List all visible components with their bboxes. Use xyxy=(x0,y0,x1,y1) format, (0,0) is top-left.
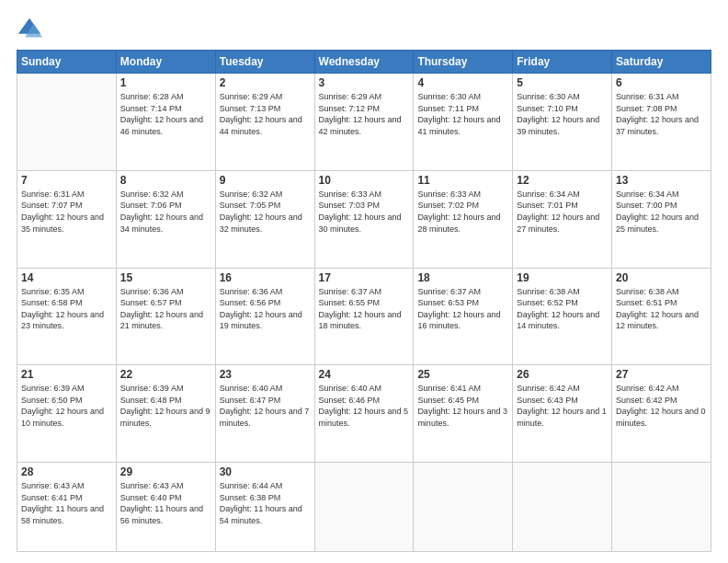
day-info: Sunrise: 6:41 AMSunset: 6:45 PMDaylight:… xyxy=(417,383,508,429)
day-number: 15 xyxy=(120,271,211,284)
weekday-header-monday: Monday xyxy=(116,51,215,74)
calendar-day-cell: 21 Sunrise: 6:39 AMSunset: 6:50 PMDaylig… xyxy=(17,365,117,463)
day-number: 16 xyxy=(220,271,311,284)
page: SundayMondayTuesdayWednesdayThursdayFrid… xyxy=(0,0,728,563)
day-info: Sunrise: 6:33 AMSunset: 7:02 PMDaylight:… xyxy=(417,189,508,235)
weekday-header-saturday: Saturday xyxy=(612,51,711,74)
calendar-day-cell: 24 Sunrise: 6:40 AMSunset: 6:46 PMDaylig… xyxy=(314,365,414,463)
calendar-day-cell: 22 Sunrise: 6:39 AMSunset: 6:48 PMDaylig… xyxy=(116,365,215,463)
day-info: Sunrise: 6:43 AMSunset: 6:40 PMDaylight:… xyxy=(120,480,211,526)
day-info: Sunrise: 6:31 AMSunset: 7:08 PMDaylight:… xyxy=(616,91,707,137)
calendar-day-cell: 30 Sunrise: 6:44 AMSunset: 6:38 PMDaylig… xyxy=(215,463,314,552)
calendar-week-row: 1 Sunrise: 6:28 AMSunset: 7:14 PMDayligh… xyxy=(17,74,711,171)
day-number: 6 xyxy=(616,76,707,89)
calendar-day-cell: 5 Sunrise: 6:30 AMSunset: 7:10 PMDayligh… xyxy=(513,74,612,171)
day-number: 17 xyxy=(319,271,410,284)
day-number: 21 xyxy=(21,368,112,381)
day-info: Sunrise: 6:36 AMSunset: 6:57 PMDaylight:… xyxy=(120,286,211,332)
weekday-header-sunday: Sunday xyxy=(17,51,117,74)
day-info: Sunrise: 6:32 AMSunset: 7:06 PMDaylight:… xyxy=(120,189,211,235)
calendar-day-cell: 3 Sunrise: 6:29 AMSunset: 7:12 PMDayligh… xyxy=(314,74,414,171)
day-number: 20 xyxy=(616,271,707,284)
day-number: 23 xyxy=(220,368,311,381)
calendar-week-row: 14 Sunrise: 6:35 AMSunset: 6:58 PMDaylig… xyxy=(17,268,711,365)
day-number: 3 xyxy=(319,76,410,89)
day-number: 4 xyxy=(417,76,508,89)
day-info: Sunrise: 6:40 AMSunset: 6:47 PMDaylight:… xyxy=(220,383,311,429)
day-info: Sunrise: 6:37 AMSunset: 6:55 PMDaylight:… xyxy=(319,286,410,332)
day-info: Sunrise: 6:34 AMSunset: 7:00 PMDaylight:… xyxy=(616,189,707,235)
weekday-header-row: SundayMondayTuesdayWednesdayThursdayFrid… xyxy=(17,51,711,74)
calendar-table: SundayMondayTuesdayWednesdayThursdayFrid… xyxy=(17,50,711,552)
calendar-day-cell xyxy=(414,463,513,552)
day-number: 25 xyxy=(417,368,508,381)
calendar-day-cell xyxy=(17,74,117,171)
calendar-day-cell: 20 Sunrise: 6:38 AMSunset: 6:51 PMDaylig… xyxy=(612,268,711,365)
day-number: 12 xyxy=(517,174,608,187)
day-number: 2 xyxy=(220,76,311,89)
calendar-week-row: 21 Sunrise: 6:39 AMSunset: 6:50 PMDaylig… xyxy=(17,365,711,463)
day-number: 1 xyxy=(120,76,211,89)
calendar-day-cell xyxy=(314,463,414,552)
day-info: Sunrise: 6:38 AMSunset: 6:52 PMDaylight:… xyxy=(517,286,608,332)
day-info: Sunrise: 6:30 AMSunset: 7:10 PMDaylight:… xyxy=(517,91,608,137)
calendar-day-cell: 26 Sunrise: 6:42 AMSunset: 6:43 PMDaylig… xyxy=(513,365,612,463)
day-info: Sunrise: 6:39 AMSunset: 6:48 PMDaylight:… xyxy=(120,383,211,429)
header xyxy=(17,17,711,42)
calendar-day-cell xyxy=(612,463,711,552)
calendar-day-cell: 19 Sunrise: 6:38 AMSunset: 6:52 PMDaylig… xyxy=(513,268,612,365)
weekday-header-friday: Friday xyxy=(513,51,612,74)
day-number: 24 xyxy=(319,368,410,381)
day-number: 22 xyxy=(120,368,211,381)
calendar-day-cell: 7 Sunrise: 6:31 AMSunset: 7:07 PMDayligh… xyxy=(17,170,117,268)
day-number: 19 xyxy=(517,271,608,284)
day-info: Sunrise: 6:37 AMSunset: 6:53 PMDaylight:… xyxy=(417,286,508,332)
calendar-day-cell: 1 Sunrise: 6:28 AMSunset: 7:14 PMDayligh… xyxy=(116,74,215,171)
day-number: 14 xyxy=(21,271,112,284)
day-info: Sunrise: 6:38 AMSunset: 6:51 PMDaylight:… xyxy=(616,286,707,332)
calendar-day-cell: 9 Sunrise: 6:32 AMSunset: 7:05 PMDayligh… xyxy=(215,170,314,268)
calendar-week-row: 28 Sunrise: 6:43 AMSunset: 6:41 PMDaylig… xyxy=(17,463,711,552)
weekday-header-tuesday: Tuesday xyxy=(215,51,314,74)
calendar-day-cell: 27 Sunrise: 6:42 AMSunset: 6:42 PMDaylig… xyxy=(612,365,711,463)
day-info: Sunrise: 6:42 AMSunset: 6:42 PMDaylight:… xyxy=(616,383,707,429)
day-info: Sunrise: 6:30 AMSunset: 7:11 PMDaylight:… xyxy=(417,91,508,137)
day-number: 10 xyxy=(319,174,410,187)
calendar-day-cell: 15 Sunrise: 6:36 AMSunset: 6:57 PMDaylig… xyxy=(116,268,215,365)
calendar-day-cell: 14 Sunrise: 6:35 AMSunset: 6:58 PMDaylig… xyxy=(17,268,117,365)
day-info: Sunrise: 6:42 AMSunset: 6:43 PMDaylight:… xyxy=(517,383,608,429)
calendar-day-cell: 6 Sunrise: 6:31 AMSunset: 7:08 PMDayligh… xyxy=(612,74,711,171)
day-number: 13 xyxy=(616,174,707,187)
calendar-day-cell: 11 Sunrise: 6:33 AMSunset: 7:02 PMDaylig… xyxy=(414,170,513,268)
day-number: 28 xyxy=(21,465,112,478)
day-info: Sunrise: 6:35 AMSunset: 6:58 PMDaylight:… xyxy=(21,286,112,332)
calendar-day-cell: 25 Sunrise: 6:41 AMSunset: 6:45 PMDaylig… xyxy=(414,365,513,463)
calendar-day-cell: 16 Sunrise: 6:36 AMSunset: 6:56 PMDaylig… xyxy=(215,268,314,365)
day-info: Sunrise: 6:28 AMSunset: 7:14 PMDaylight:… xyxy=(120,91,211,137)
logo-icon xyxy=(17,17,42,42)
day-number: 18 xyxy=(417,271,508,284)
day-info: Sunrise: 6:43 AMSunset: 6:41 PMDaylight:… xyxy=(21,480,112,526)
day-info: Sunrise: 6:40 AMSunset: 6:46 PMDaylight:… xyxy=(319,383,410,429)
calendar-day-cell: 12 Sunrise: 6:34 AMSunset: 7:01 PMDaylig… xyxy=(513,170,612,268)
day-number: 30 xyxy=(220,465,311,478)
day-info: Sunrise: 6:44 AMSunset: 6:38 PMDaylight:… xyxy=(220,480,311,526)
weekday-header-wednesday: Wednesday xyxy=(314,51,414,74)
logo xyxy=(17,17,44,42)
calendar-day-cell: 29 Sunrise: 6:43 AMSunset: 6:40 PMDaylig… xyxy=(116,463,215,552)
calendar-day-cell: 4 Sunrise: 6:30 AMSunset: 7:11 PMDayligh… xyxy=(414,74,513,171)
calendar-day-cell: 18 Sunrise: 6:37 AMSunset: 6:53 PMDaylig… xyxy=(414,268,513,365)
day-number: 5 xyxy=(517,76,608,89)
day-info: Sunrise: 6:36 AMSunset: 6:56 PMDaylight:… xyxy=(220,286,311,332)
day-number: 27 xyxy=(616,368,707,381)
day-info: Sunrise: 6:29 AMSunset: 7:12 PMDaylight:… xyxy=(319,91,410,137)
day-info: Sunrise: 6:32 AMSunset: 7:05 PMDaylight:… xyxy=(220,189,311,235)
calendar-day-cell: 13 Sunrise: 6:34 AMSunset: 7:00 PMDaylig… xyxy=(612,170,711,268)
calendar-day-cell: 2 Sunrise: 6:29 AMSunset: 7:13 PMDayligh… xyxy=(215,74,314,171)
calendar-day-cell: 23 Sunrise: 6:40 AMSunset: 6:47 PMDaylig… xyxy=(215,365,314,463)
day-number: 29 xyxy=(120,465,211,478)
day-info: Sunrise: 6:39 AMSunset: 6:50 PMDaylight:… xyxy=(21,383,112,429)
calendar-day-cell: 10 Sunrise: 6:33 AMSunset: 7:03 PMDaylig… xyxy=(314,170,414,268)
calendar-day-cell: 28 Sunrise: 6:43 AMSunset: 6:41 PMDaylig… xyxy=(17,463,117,552)
calendar-day-cell xyxy=(513,463,612,552)
